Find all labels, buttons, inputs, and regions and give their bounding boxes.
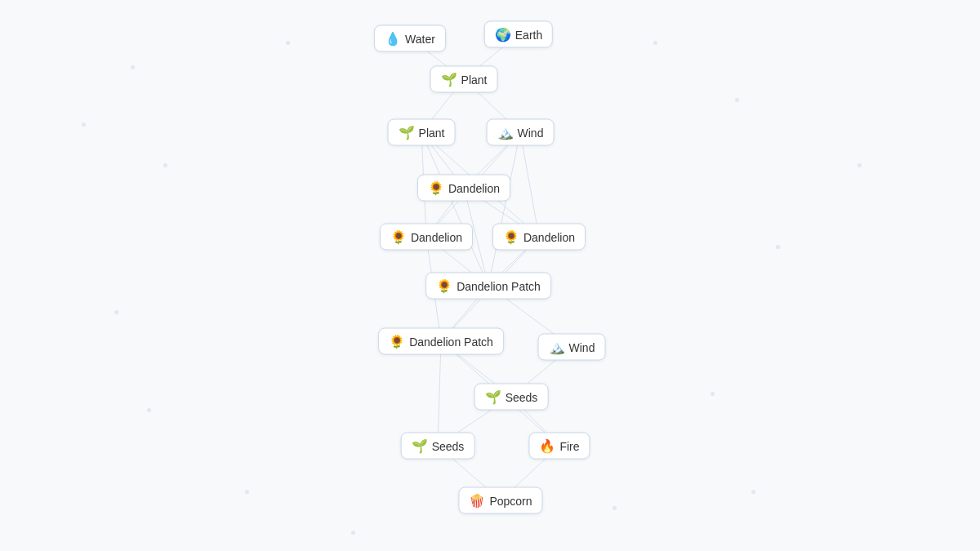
node-earth[interactable]: 🌍Earth [484, 21, 553, 48]
decorative-dot [776, 245, 780, 249]
decorative-dot [612, 506, 617, 510]
dandelion1-icon: 🌻 [428, 180, 444, 196]
popcorn-icon: 🍿 [469, 493, 485, 509]
water-icon: 💧 [385, 31, 401, 47]
wind2-label: Wind [569, 340, 595, 353]
decorative-dot [710, 392, 715, 396]
edge-line [488, 132, 520, 286]
graph-canvas: 💧Water🌍Earth🌱Plant🌱Plant🏔️Wind🌻Dandelion… [0, 0, 980, 551]
dandelion1-label: Dandelion [448, 181, 500, 194]
node-plant2[interactable]: 🌱Plant [388, 119, 456, 146]
decorative-dot [751, 490, 755, 494]
dandelionpatch2-icon: 🌻 [389, 334, 405, 349]
dandelionpatch2-label: Dandelion Patch [409, 335, 493, 348]
seeds1-label: Seeds [506, 390, 538, 403]
seeds2-label: Seeds [432, 439, 465, 452]
popcorn-label: Popcorn [489, 494, 532, 507]
plant1-label: Plant [461, 73, 488, 86]
dandelion2-icon: 🌻 [390, 229, 407, 245]
decorative-dot [82, 122, 86, 127]
dandelion3-label: Dandelion [523, 230, 575, 243]
wind2-icon: 🏔️ [549, 340, 565, 355]
node-dandelion2[interactable]: 🌻Dandelion [380, 224, 473, 251]
edge-line [438, 341, 441, 446]
node-plant1[interactable]: 🌱Plant [430, 66, 498, 93]
dandelion3-icon: 🌻 [503, 229, 519, 245]
node-seeds2[interactable]: 🌱Seeds [401, 433, 475, 460]
decorative-dot [147, 408, 151, 412]
decorative-dot [351, 531, 355, 535]
dandelionpatch1-icon: 🌻 [436, 278, 452, 294]
node-dandelion1[interactable]: 🌻Dandelion [417, 175, 510, 202]
plant2-icon: 🌱 [399, 125, 415, 140]
decorative-dot [858, 163, 862, 167]
node-dandelionpatch1[interactable]: 🌻Dandelion Patch [425, 273, 551, 300]
water-label: Water [405, 32, 435, 45]
dandelionpatch1-label: Dandelion Patch [457, 279, 541, 292]
edge-line [520, 132, 539, 237]
seeds2-icon: 🌱 [412, 438, 428, 454]
decorative-dot [286, 41, 290, 45]
node-wind2[interactable]: 🏔️Wind [538, 334, 606, 361]
node-fire[interactable]: 🔥Fire [528, 433, 590, 460]
fire-icon: 🔥 [539, 438, 555, 454]
edge-line [421, 132, 488, 286]
plant1-icon: 🌱 [441, 72, 457, 87]
seeds1-icon: 🌱 [485, 389, 501, 405]
node-popcorn[interactable]: 🍿Popcorn [458, 487, 542, 514]
node-wind1[interactable]: 🏔️Wind [487, 119, 555, 146]
decorative-dot [114, 310, 118, 314]
decorative-dot [245, 490, 249, 494]
plant2-label: Plant [419, 126, 445, 139]
wind1-label: Wind [518, 126, 544, 139]
node-dandelion3[interactable]: 🌻Dandelion [492, 224, 586, 251]
node-water[interactable]: 💧Water [374, 25, 446, 52]
wind1-icon: 🏔️ [497, 125, 514, 140]
earth-icon: 🌍 [495, 27, 511, 42]
dandelion2-label: Dandelion [411, 230, 462, 243]
fire-label: Fire [559, 439, 579, 452]
earth-label: Earth [515, 28, 542, 41]
decorative-dot [735, 98, 739, 102]
decorative-dot [131, 65, 135, 69]
decorative-dot [163, 163, 167, 167]
node-seeds1[interactable]: 🌱Seeds [474, 384, 549, 411]
decorative-dot [653, 41, 657, 45]
node-dandelionpatch2[interactable]: 🌻Dandelion Patch [378, 328, 504, 355]
